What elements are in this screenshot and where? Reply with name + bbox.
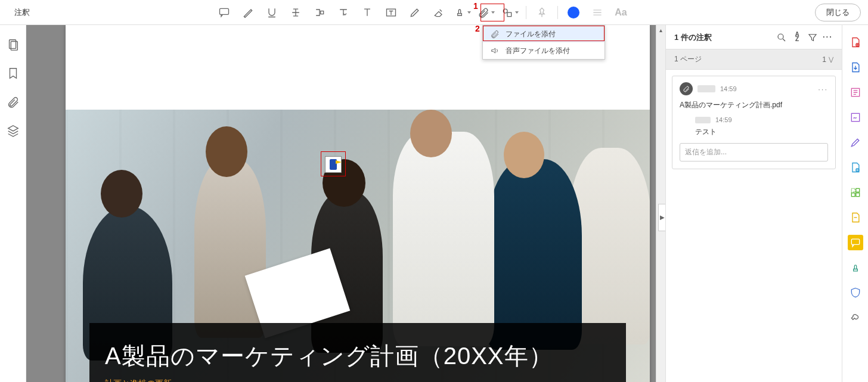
- annotation-toolbar: 注釈 Aa 閉じる: [0, 0, 868, 25]
- svg-point-7: [778, 34, 783, 39]
- document-subtitle: 計画と進捗の更新: [105, 378, 610, 382]
- chevron-down-icon: ⋁: [829, 56, 833, 63]
- shapes-tool[interactable]: [498, 2, 522, 23]
- attachment-badge-icon: [680, 82, 693, 95]
- strikethrough-tool[interactable]: [284, 2, 308, 23]
- more-options-icon[interactable]: ···: [823, 32, 833, 43]
- layers-icon[interactable]: [7, 124, 20, 137]
- menu-attach-file-label: ファイルを添付: [506, 29, 556, 39]
- reply-author-redacted: [695, 117, 711, 123]
- sort-az-icon[interactable]: AZ: [792, 32, 802, 43]
- attachment-annotation-icon[interactable]: [325, 156, 342, 173]
- document-title: A製品のマーケティング計画（20XX年）: [105, 340, 610, 372]
- svg-rect-12: [851, 188, 855, 192]
- textbox-tool[interactable]: [379, 2, 403, 23]
- paperclip-icon: [490, 29, 500, 39]
- reply-text: テスト: [680, 127, 828, 137]
- comments-panel: 1 件の注釈 AZ ··· 1 ページ 1 ⋁ 14:59 ··· A製品のマー…: [665, 25, 842, 382]
- svg-rect-4: [507, 13, 512, 17]
- reply-input[interactable]: 返信を追加...: [680, 143, 828, 162]
- document-title-band: A製品のマーケティング計画（20XX年） 計画と進捗の更新: [89, 323, 626, 382]
- svg-rect-0: [219, 8, 228, 14]
- menu-attach-audio[interactable]: 音声ファイルを添付: [483, 42, 604, 59]
- comments-page-count: 1: [822, 55, 826, 64]
- text-properties-tool: Aa: [609, 2, 633, 23]
- callout-number-2: 2: [475, 24, 480, 33]
- stamp-tool-rail[interactable]: [848, 260, 863, 275]
- create-pdf-icon[interactable]: [848, 35, 863, 50]
- comments-page-label: 1 ページ: [674, 54, 702, 64]
- audio-icon: [490, 46, 500, 55]
- menu-attach-audio-label: 音声ファイルを添付: [506, 46, 570, 56]
- insert-text-tool[interactable]: [331, 2, 355, 23]
- document-viewport[interactable]: A製品のマーケティング計画（20XX年） 計画と進捗の更新 ▴ ▶: [26, 25, 665, 382]
- thumbnails-icon[interactable]: [7, 38, 20, 51]
- filter-icon[interactable]: [807, 32, 818, 43]
- protect-icon[interactable]: [848, 285, 863, 300]
- export-pdf-icon[interactable]: [848, 60, 863, 75]
- close-button[interactable]: 閉じる: [815, 4, 861, 21]
- attachments-icon[interactable]: [7, 95, 20, 108]
- aa-icon: Aa: [615, 7, 627, 18]
- search-icon[interactable]: [776, 32, 787, 43]
- left-nav-rail: [0, 25, 26, 382]
- comment-time: 14:59: [720, 85, 737, 92]
- comments-page-band[interactable]: 1 ページ 1 ⋁: [666, 49, 842, 70]
- hero-image: A製品のマーケティング計画（20XX年） 計画と進捗の更新: [66, 110, 650, 382]
- highlight-tool[interactable]: [236, 2, 260, 23]
- combine-files-icon[interactable]: [848, 160, 863, 175]
- pencil-tool[interactable]: [403, 2, 427, 23]
- comments-header: 1 件の注釈 AZ ···: [666, 25, 842, 49]
- pin-tool: [530, 2, 554, 23]
- comment-author-redacted: [698, 85, 715, 92]
- svg-rect-16: [851, 239, 859, 244]
- color-dot-icon: [568, 7, 579, 18]
- svg-rect-10: [851, 113, 859, 121]
- panel-collapse-handle[interactable]: ▶: [658, 204, 665, 231]
- toolbar-separator: [526, 6, 526, 19]
- compress-pdf-icon[interactable]: [848, 210, 863, 225]
- request-signatures-icon[interactable]: [848, 110, 863, 125]
- fill-sign-icon[interactable]: [848, 135, 863, 150]
- callout-number-1: 1: [473, 1, 478, 11]
- attach-dropdown: ファイルを添付 音声ファイルを添付: [482, 25, 605, 60]
- add-text-tool[interactable]: [355, 2, 379, 23]
- body-row: A製品のマーケティング計画（20XX年） 計画と進捗の更新 ▴ ▶ 1 件の注釈…: [0, 25, 868, 382]
- right-tools-rail: [842, 25, 868, 382]
- toolbar-separator: [557, 6, 558, 19]
- comment-reply: 14:59 テスト: [680, 116, 828, 137]
- eraser-tool[interactable]: [427, 2, 451, 23]
- svg-point-3: [503, 9, 507, 13]
- svg-rect-15: [855, 193, 859, 197]
- comment-card[interactable]: 14:59 ··· A製品のマーケティング計画.pdf 14:59 テスト 返信…: [672, 76, 836, 169]
- bookmark-icon[interactable]: [7, 67, 20, 80]
- line-thickness-tool: [585, 2, 609, 23]
- annotation-tool-group: Aa: [212, 2, 633, 23]
- comment-more-icon[interactable]: ···: [818, 85, 828, 94]
- scroll-up-icon[interactable]: ▴: [656, 25, 665, 35]
- color-picker[interactable]: [562, 2, 585, 23]
- stamp-tool[interactable]: [451, 2, 475, 23]
- more-tools-icon[interactable]: [848, 310, 863, 325]
- menu-attach-file[interactable]: ファイルを添付: [483, 26, 604, 42]
- comment-attached-filename: A製品のマーケティング計画.pdf: [680, 100, 828, 110]
- svg-rect-14: [851, 193, 855, 197]
- comment-header-row: 14:59 ···: [680, 82, 828, 95]
- svg-rect-13: [855, 188, 859, 192]
- comment-tool-rail[interactable]: [848, 235, 863, 250]
- comment-tool[interactable]: [212, 2, 236, 23]
- pdf-page: A製品のマーケティング計画（20XX年） 計画と進捗の更新: [66, 25, 650, 382]
- underline-text-tool[interactable]: [260, 2, 284, 23]
- toolbar-title: 注釈: [14, 7, 30, 18]
- organize-pages-icon[interactable]: [848, 185, 863, 200]
- replace-text-tool[interactable]: [308, 2, 331, 23]
- edit-pdf-icon[interactable]: [848, 85, 863, 100]
- svg-rect-1: [320, 11, 323, 14]
- reply-time: 14:59: [715, 116, 732, 123]
- comments-count-label: 1 件の注釈: [674, 32, 771, 43]
